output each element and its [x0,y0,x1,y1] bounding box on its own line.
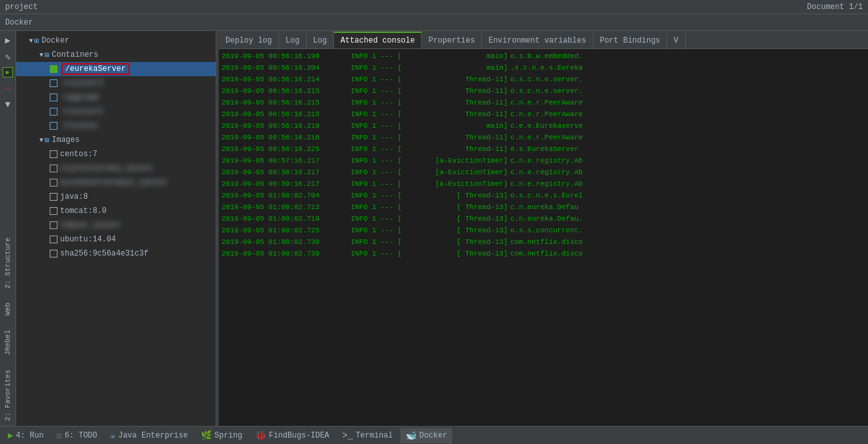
blurred-image1-label: clustereureka_latest [60,164,153,173]
bottom-item-icon: 🐞 [255,430,266,441]
log-timestamp: 2019-09-05 00:56:16.216 [222,132,351,143]
tree-docker-root[interactable]: ▼ ⊞ Docker [16,34,216,48]
log-thread: Thread-11] [404,97,508,108]
run-action-icon[interactable]: ▶ [1,34,14,46]
bottom-item-icon: 🌿 [201,430,212,441]
log-thread: Thread-11] [404,85,508,97]
log-line: 2019-09-05 01:00:02.730 INFO 1 --- [[ Th… [222,248,865,259]
tree-image-tomcat-blurred[interactable]: tomcat_latest [16,218,216,232]
tree-containers[interactable]: ▼ ⊞ Containers [16,48,216,62]
log-thread: [ Thread-13] [404,201,508,213]
image-box-icon-tomcat [50,207,57,215]
container-icon-upgrade [50,94,57,101]
bottom-bar-item-java-enterprise[interactable]: ☕Java Enterprise [105,428,193,443]
log-level: INFO 1 --- [ [351,166,402,178]
tab-deploy-log[interactable]: Deploy log [219,33,279,48]
edit-icon[interactable]: ✎ [1,50,14,63]
log-class: com.netflix.disco [510,248,583,259]
tab-port-bindings[interactable]: Port Bindings [594,33,668,48]
tree-container-upgrade[interactable]: /upgrade [16,90,216,105]
log-timestamp: 2019-09-05 00:56:16.210 [222,120,351,132]
right-panel: Deploy log Log Log Attached console Prop… [219,31,868,426]
images-arrow: ▼ [39,137,43,144]
log-class: c.n.e.r.PeerAware [510,132,583,143]
log-line: 2019-09-05 01:00:02.725 INFO 1 --- [[ Th… [222,225,865,236]
bottom-item-label: FindBugs-IDEA [269,431,329,440]
log-class: c.n.e.r.PeerAware [510,108,583,120]
filter-icon[interactable]: ▼ [1,98,14,111]
tab-log-2[interactable]: Log [307,33,335,48]
favorites-label[interactable]: 2: Favorites [4,365,12,426]
play-icon[interactable]: ▶ [3,67,13,77]
blurred-image2-label: eurekaservermain_latest [60,178,167,187]
tab-properties[interactable]: Properties [422,33,482,48]
log-level: INFO 1 --- [ [351,190,402,201]
bottom-item-icon: ☕ [110,430,116,441]
project-label: project [5,3,37,12]
tree-image-sha256[interactable]: sha256:9c56a4e31c3f [16,247,216,261]
bottom-bar-item-4--run[interactable]: ▶4: Run [3,428,49,443]
image-box-icon-tb [50,221,57,229]
log-line: 2019-09-05 00:56:16.215 INFO 1 --- [Thre… [222,108,865,120]
log-level: INFO 1 --- [ [351,143,402,155]
tree-image-centos[interactable]: centos:7 [16,147,216,161]
log-thread: [a-EvictionTimer] [404,178,508,190]
bottom-bar-item-terminal[interactable]: >_Terminal [337,428,398,443]
log-timestamp: 2019-09-05 00:56:16.215 [222,97,351,108]
log-thread: [a-EvictionTimer] [404,166,508,178]
structure-label[interactable]: 2: Structure [4,232,12,294]
bottom-bar-item-6--todo[interactable]: ☑6: TODO [52,428,103,443]
log-timestamp: 2019-09-05 01:00:02.730 [222,248,351,259]
tab-more[interactable]: V [667,33,685,48]
tree-images[interactable]: ▼ ⊞ Images [16,133,216,147]
log-level: INFO 1 --- [ [351,85,402,97]
rebel-label[interactable]: JRebel [4,325,12,361]
image-box-icon-ubuntu [50,236,57,243]
tree-container-cluster1[interactable]: /cluster1 [16,105,216,119]
log-class: c.n.e.registry.Ab [510,166,583,178]
java-label: java:8 [60,192,88,201]
log-timestamp: 2019-09-05 01:00:02.704 [222,190,351,201]
tree-image-java[interactable]: java:8 [16,190,216,204]
log-level: INFO 1 --- [ [351,155,402,166]
log-timestamp: 2019-09-05 00:58:16.217 [222,166,351,178]
log-level: INFO 1 --- [ [351,108,402,120]
log-level: INFO 1 --- [ [351,62,402,74]
tree-image-tomcat[interactable]: tomcat:8.0 [16,204,216,218]
tomcat-label: tomcat:8.0 [60,207,107,216]
tree-container-cluster[interactable]: /cluster [16,119,216,133]
log-line: 2019-09-05 00:56:16.204 INFO 1 --- [main… [222,62,865,74]
tree-container-eurekaserver[interactable]: /eurekaServer [16,62,216,76]
tree-container-cluster3[interactable]: /cluster3 [16,76,216,90]
log-line: 2019-09-05 01:00:02.719 INFO 1 --- [[ Th… [222,213,865,225]
log-class: o.s.b.w.embedded. [510,50,583,62]
log-thread: [ Thread-13] [404,190,508,201]
docker-title-label: Docker [5,18,33,27]
stop-icon[interactable]: — [1,81,14,94]
tomcat-blurred-label: tomcat_latest [60,221,121,230]
image-box-icon-b2 [50,179,57,187]
bottom-bar-item-spring[interactable]: 🌿Spring [196,428,247,443]
log-thread: main] [404,62,508,74]
bottom-bar-item-docker[interactable]: 🐋Docker [400,428,452,443]
log-class: c.n.eureka.Defau [510,201,579,213]
tree-image-ubuntu[interactable]: ubuntu:14.04 [16,232,216,247]
web-label[interactable]: Web [4,298,12,321]
tree-image-blurred1[interactable]: clustereureka_latest [16,161,216,176]
log-thread: [ Thread-13] [404,213,508,225]
log-level: INFO 1 --- [ [351,248,402,259]
tab-log-1[interactable]: Log [279,33,307,48]
log-level: INFO 1 --- [ [351,120,402,132]
docker-root-label: Docker [41,36,69,45]
tab-attached-console[interactable]: Attached console [334,32,422,48]
log-timestamp: 2019-09-05 01:00:02.719 [222,213,351,225]
log-level: INFO 1 --- [ [351,201,402,213]
log-timestamp: 2019-09-05 01:00:02.725 [222,225,351,236]
tree-image-blurred2[interactable]: eurekaservermain_latest [16,176,216,190]
bottom-bar-item-findbugs-idea[interactable]: 🐞FindBugs-IDEA [250,428,335,443]
tab-env-vars[interactable]: Environment variables [482,33,593,48]
log-timestamp: 2019-09-05 00:56:16.215 [222,85,351,97]
log-timestamp: 2019-09-05 01:00:02.730 [222,236,351,248]
log-timestamp: 2019-09-05 00:59:16.217 [222,178,351,190]
log-class: o.s.c.n.e.s.Eurel [510,190,583,201]
